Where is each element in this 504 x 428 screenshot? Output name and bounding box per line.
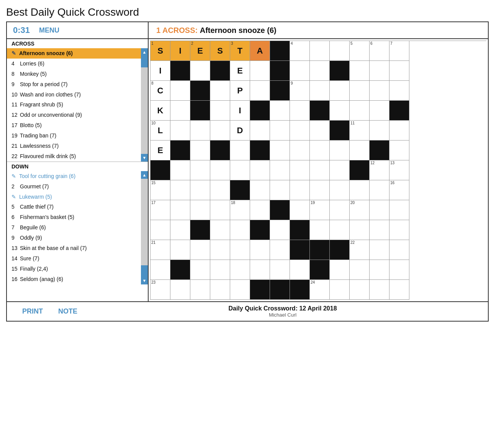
- cell-r11c7[interactable]: [270, 240, 290, 260]
- cell-r9c6[interactable]: [250, 200, 270, 220]
- cell-r5c2[interactable]: [170, 121, 190, 140]
- cell-r13c10[interactable]: [330, 280, 350, 300]
- cell-r10c7[interactable]: [270, 220, 290, 240]
- cell-r2c6[interactable]: [250, 61, 270, 81]
- cell-r12c5[interactable]: [230, 260, 250, 280]
- across-scroll-up[interactable]: ▲: [141, 48, 148, 56]
- cell-r2c9[interactable]: [310, 61, 330, 81]
- cell-r1c11[interactable]: 5: [350, 41, 370, 61]
- cell-r1c4[interactable]: S: [210, 41, 230, 61]
- cell-r5c7[interactable]: [270, 121, 290, 140]
- cell-r13c11[interactable]: [350, 280, 370, 300]
- cell-r4c5[interactable]: I: [230, 101, 250, 121]
- cell-r13c4[interactable]: [210, 280, 230, 300]
- cell-r6c5[interactable]: [230, 140, 250, 160]
- down-scroll-up[interactable]: ▲: [141, 171, 148, 179]
- cell-r6c11[interactable]: [350, 140, 370, 160]
- down-scroll-down[interactable]: ▼: [141, 277, 148, 284]
- clue-down-14[interactable]: 14 Sure (7): [7, 253, 141, 264]
- clue-down-2[interactable]: 2 Gourmet (7): [7, 181, 141, 192]
- cell-r8c4[interactable]: [210, 180, 230, 200]
- clue-across-1[interactable]: ✎ Afternoon snooze (6): [7, 48, 141, 59]
- cell-r7c4[interactable]: [210, 160, 230, 180]
- cell-r4c10[interactable]: [330, 101, 350, 121]
- across-scroll-thumb[interactable]: [141, 56, 148, 67]
- cell-r4c7[interactable]: [270, 101, 290, 121]
- cell-r5c9[interactable]: [310, 121, 330, 140]
- note-button[interactable]: NOTE: [58, 307, 77, 315]
- cell-r3c5[interactable]: P: [230, 81, 250, 101]
- cell-r13c13[interactable]: [389, 280, 409, 300]
- cell-r12c10[interactable]: [330, 260, 350, 280]
- cell-r5c1[interactable]: 10L: [151, 121, 170, 140]
- cell-r9c8[interactable]: [290, 200, 310, 220]
- cell-r10c4[interactable]: [210, 220, 230, 240]
- cell-r1c2[interactable]: I: [170, 41, 190, 61]
- cell-r7c6[interactable]: [250, 160, 270, 180]
- cell-r10c12[interactable]: [370, 220, 389, 240]
- cell-r5c3[interactable]: [190, 121, 210, 140]
- cell-r6c13[interactable]: [389, 140, 409, 160]
- cell-r5c4[interactable]: [210, 121, 230, 140]
- clue-down-1[interactable]: ✎ Tool for cutting grain (6): [7, 171, 141, 181]
- cell-r9c5[interactable]: 18: [230, 200, 250, 220]
- cell-r8c6[interactable]: [250, 180, 270, 200]
- clue-across-9[interactable]: 9 Stop for a period (7): [7, 79, 141, 90]
- cell-r9c2[interactable]: [170, 200, 190, 220]
- cell-r11c5[interactable]: [230, 240, 250, 260]
- across-scrollbar[interactable]: ▲ ▼: [141, 48, 148, 162]
- cell-r1c9[interactable]: [310, 41, 330, 61]
- cell-r2c5[interactable]: E: [230, 61, 250, 81]
- cell-r11c11[interactable]: 22: [350, 240, 370, 260]
- cell-r4c4[interactable]: [210, 101, 230, 121]
- cell-r3c12[interactable]: [370, 81, 389, 101]
- cell-r8c10[interactable]: [330, 180, 350, 200]
- menu-button[interactable]: MENU: [39, 26, 59, 34]
- cell-r7c13[interactable]: 13: [389, 160, 409, 180]
- clue-down-15[interactable]: 15 Finally (2,4): [7, 264, 141, 274]
- cell-r10c5[interactable]: [230, 220, 250, 240]
- cell-r9c10[interactable]: [330, 200, 350, 220]
- cell-r3c9[interactable]: [310, 81, 330, 101]
- clue-down-5[interactable]: 5 Cattle thief (7): [7, 202, 141, 212]
- cell-r5c6[interactable]: [250, 121, 270, 140]
- cell-r2c8[interactable]: [290, 61, 310, 81]
- cell-r10c9[interactable]: [310, 220, 330, 240]
- print-button[interactable]: PRINT: [22, 307, 43, 315]
- clue-down-13[interactable]: 13 Skin at the base of a nail (7): [7, 243, 141, 253]
- clue-down-16[interactable]: 16 Seldom (anag) (6): [7, 274, 141, 284]
- cell-r12c3[interactable]: [190, 260, 210, 280]
- cell-r2c3[interactable]: [190, 61, 210, 81]
- cell-r12c13[interactable]: [389, 260, 409, 280]
- cell-r12c8[interactable]: [290, 260, 310, 280]
- cell-r9c3[interactable]: [190, 200, 210, 220]
- cell-r12c11[interactable]: [350, 260, 370, 280]
- cell-r6c9[interactable]: [310, 140, 330, 160]
- down-scrollbar[interactable]: ▲ ▼: [141, 171, 148, 284]
- clue-down-9[interactable]: 9 Oddly (9): [7, 233, 141, 243]
- cell-r10c13[interactable]: [389, 220, 409, 240]
- cell-r4c12[interactable]: [370, 101, 389, 121]
- cell-r7c10[interactable]: [330, 160, 350, 180]
- cell-r3c4[interactable]: [210, 81, 230, 101]
- clue-across-19[interactable]: 19 Trading ban (7): [7, 131, 141, 141]
- clue-across-21[interactable]: 21 Lawlessness (7): [7, 141, 141, 151]
- cell-r7c2[interactable]: [170, 160, 190, 180]
- cell-r10c10[interactable]: [330, 220, 350, 240]
- cell-r8c13[interactable]: 16: [389, 180, 409, 200]
- cell-r3c8[interactable]: 9: [290, 81, 310, 101]
- cell-r11c2[interactable]: [170, 240, 190, 260]
- cell-r6c1[interactable]: E: [151, 140, 170, 160]
- cell-r1c10[interactable]: [330, 41, 350, 61]
- cell-r9c12[interactable]: [370, 200, 389, 220]
- cell-r13c9[interactable]: 24: [310, 280, 330, 300]
- cell-r11c6[interactable]: [250, 240, 270, 260]
- cell-r6c10[interactable]: [330, 140, 350, 160]
- cell-r13c12[interactable]: [370, 280, 389, 300]
- cell-r8c1[interactable]: 15: [151, 180, 170, 200]
- cell-r2c13[interactable]: [389, 61, 409, 81]
- cell-r5c13[interactable]: [389, 121, 409, 140]
- cell-r11c1[interactable]: 21: [151, 240, 170, 260]
- cell-r13c3[interactable]: [190, 280, 210, 300]
- cell-r5c8[interactable]: [290, 121, 310, 140]
